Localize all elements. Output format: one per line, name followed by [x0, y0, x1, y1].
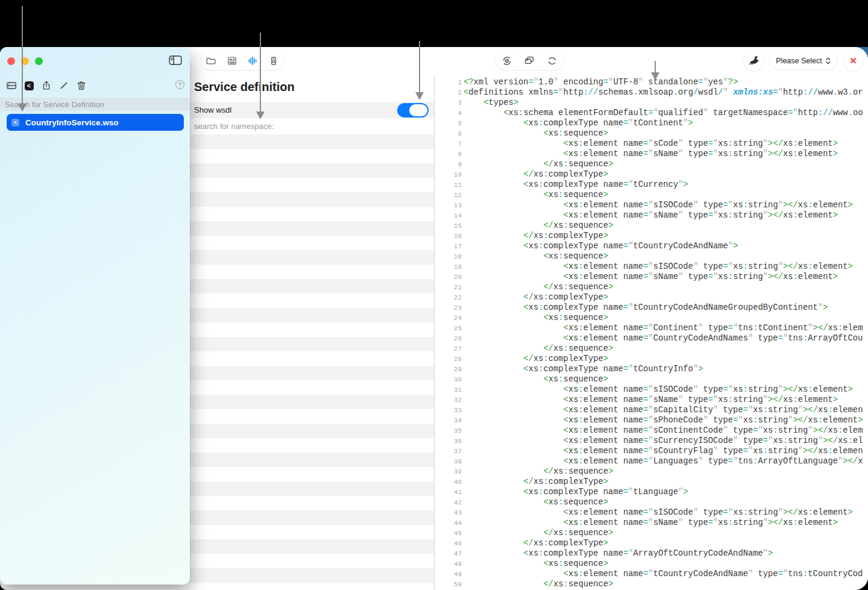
operation-select[interactable]: Please Select — [770, 52, 837, 69]
search-row — [0, 98, 190, 111]
chevron-updown-icon — [825, 57, 831, 65]
code-line: 34 <xs:element name="sPhoneCode" type="x… — [435, 415, 868, 425]
battery-icon[interactable] — [265, 52, 283, 70]
code-line: 8 <xs:element name="sName" type="xs:stri… — [435, 149, 868, 159]
page-title: Service definition — [194, 80, 295, 94]
sidebar-toggle-icon[interactable] — [169, 55, 182, 66]
code-line: 45 </xs:sequence> — [435, 528, 868, 538]
code-line: 6 <xs:sequence> — [435, 128, 868, 139]
code-line: 40 </xs:complexType> — [435, 477, 868, 487]
show-wsdl-label: Show wsdl — [194, 105, 231, 115]
code-line: 39 </xs:sequence> — [435, 466, 868, 477]
close-icon: ✕ — [849, 55, 857, 66]
code-line: 17 <xs:complexType name="tCountryCodeAnd… — [435, 241, 868, 251]
code-line: 37 <xs:element name="sCountryFlag" type=… — [435, 446, 868, 456]
operation-select-label: Please Select — [776, 57, 822, 65]
trash-icon[interactable] — [75, 80, 88, 92]
code-line: 18 <xs:sequence> — [435, 251, 868, 262]
code-badge-icon[interactable]: < — [22, 80, 36, 92]
service-badge-icon: < — [11, 119, 19, 127]
code-line: 19 <xs:element name="sISOCode" type="xs:… — [435, 262, 868, 272]
rows-icon[interactable] — [5, 80, 18, 92]
share-icon[interactable] — [40, 80, 53, 92]
code-line: 21 </xs:sequence> — [435, 282, 868, 292]
code-line: 41 <xs:complexType name="tLanguage"> — [435, 487, 868, 497]
toggle-knob — [409, 104, 427, 116]
help-icon[interactable]: ? — [175, 80, 184, 89]
code-line: 27 </xs:sequence> — [435, 344, 868, 354]
code-line: 3 <types> — [435, 98, 868, 108]
code-line: 28 </xs:complexType> — [435, 354, 868, 364]
code-toolbar-group — [495, 52, 564, 70]
code-line: 15 </xs:sequence> — [435, 221, 868, 231]
code-line: 25 <xs:element name="Continent" type="tn… — [435, 323, 868, 333]
window-close-button[interactable] — [7, 57, 15, 65]
code-line: 32 <xs:element name="sName" type="xs:str… — [435, 395, 868, 405]
code-line: 49 <xs:element name="tCountryCodeAndName… — [435, 569, 868, 579]
code-line: 30 <xs:sequence> — [435, 374, 868, 384]
show-wsdl-row: Show wsdl — [190, 102, 434, 118]
refresh-icon[interactable] — [543, 52, 561, 70]
code-line: 31 <xs:element name="sISOCode" type="xs:… — [435, 384, 868, 395]
sidebar-action-bar: < — [5, 80, 88, 92]
namespace-search-row — [190, 118, 434, 134]
namespace-result-list — [190, 134, 434, 590]
waveform-icon[interactable] — [244, 52, 262, 70]
sidebar-item-countryinfoservice[interactable]: < CountryInfoService.wso — [7, 114, 184, 131]
code-line: 48 <xs:sequence> — [435, 559, 868, 569]
code-line: 10 </xs:complexType> — [435, 169, 868, 180]
detail-toolbar-group — [201, 52, 284, 70]
sync-settings-icon[interactable] — [498, 52, 516, 70]
service-definition-panel: Service definition Show wsdl — [190, 75, 434, 590]
code-line: 35 <xs:element name="sContinentCode" typ… — [435, 425, 868, 436]
code-line: 22 </xs:complexType> — [435, 292, 868, 303]
close-button[interactable]: ✕ — [843, 51, 863, 71]
rabbit-icon[interactable] — [744, 51, 764, 71]
annotation-arrow-code — [655, 61, 656, 72]
windows-icon[interactable] — [520, 52, 538, 70]
code-line: 33 <xs:element name="sCapitalCity" type=… — [435, 405, 868, 415]
code-line: 7 <xs:element name="sCode" type="xs:stri… — [435, 139, 868, 149]
screen: Please Select ✕ Service definition Show … — [0, 0, 868, 590]
code-line: 47 <xs:complexType name="ArrayOftCountry… — [435, 548, 868, 559]
wsdl-source-view[interactable]: 1<?xml version="1.0" encoding="UTF-8" st… — [434, 75, 868, 590]
folder-icon[interactable] — [202, 52, 220, 70]
code-line: 24 <xs:sequence> — [435, 313, 868, 323]
annotation-arrow-toggle — [419, 41, 420, 92]
window-zoom-button[interactable] — [35, 57, 43, 65]
code-line: 46 </xs:complexType> — [435, 538, 868, 548]
code-line: 16 </xs:complexType> — [435, 231, 868, 241]
code-line: 36 <xs:element name="sCurrencyISOCode" t… — [435, 436, 868, 446]
traffic-lights — [7, 57, 43, 65]
code-line: 42 <xs:sequence> — [435, 497, 868, 507]
show-wsdl-toggle[interactable] — [397, 103, 429, 118]
sidebar-panel: < — [0, 47, 190, 585]
code-line: 38 <xs:element name="Languages" type="tn… — [435, 456, 868, 466]
code-line: 13 <xs:element name="sISOCode" type="xs:… — [435, 200, 868, 210]
sidebar-item-label: CountryInfoService.wso — [25, 118, 119, 127]
annotation-arrow-sidebar-item — [22, 6, 23, 104]
code-line: 20 <xs:element name="sName" type="xs:str… — [435, 272, 868, 282]
code-line: 12 <xs:sequence> — [435, 190, 868, 200]
code-line: 23 <xs:complexType name="tCountryCodeAnd… — [435, 303, 868, 313]
code-line: 14 <xs:element name="sName" type="xs:str… — [435, 210, 868, 221]
code-line: 44 <xs:element name="sName" type="xs:str… — [435, 518, 868, 528]
form-icon[interactable] — [223, 52, 241, 70]
namespace-search-input[interactable] — [190, 118, 434, 134]
code-line: 4 <xs:schema elementFormDefault="qualifi… — [435, 108, 868, 118]
edit-icon[interactable] — [57, 80, 71, 92]
code-line: 2<definitions xmlns="http://schemas.xmls… — [435, 87, 868, 98]
code-line: 9 </xs:sequence> — [435, 159, 868, 169]
code-line: 26 <xs:element name="CountryCodeAndNames… — [435, 333, 868, 344]
code-line: 50 </xs:sequence> — [435, 579, 868, 589]
annotation-arrow-namespace — [260, 33, 261, 111]
code-line: 11 <xs:complexType name="tCurrency"> — [435, 180, 868, 190]
code-line: 5 <xs:complexType name="tContinent"> — [435, 118, 868, 128]
search-input[interactable] — [0, 98, 190, 111]
code-line: 29 <xs:complexType name="tCountryInfo"> — [435, 364, 868, 374]
code-line: 43 <xs:element name="sISOCode" type="xs:… — [435, 507, 868, 518]
